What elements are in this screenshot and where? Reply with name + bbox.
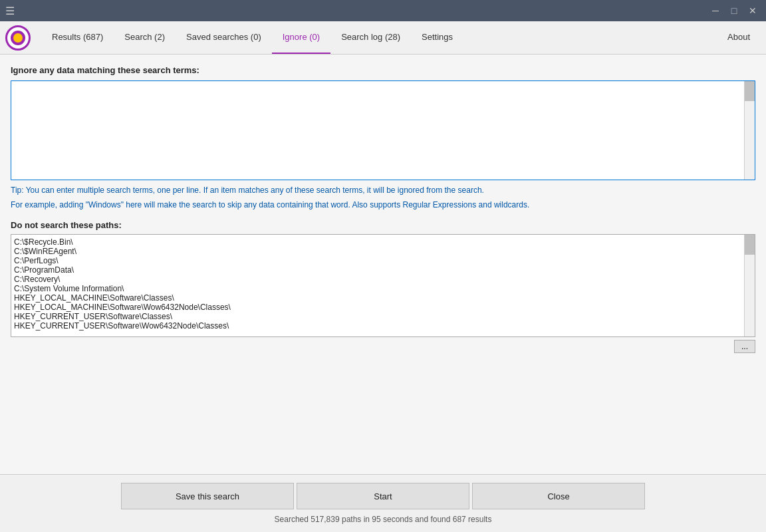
content-area: Ignore any data matching these search te… [0, 55, 766, 474]
tab-bar: Results (687) Search (2) Saved searches … [0, 21, 766, 55]
bottom-bar: Save this search Start Close Searched 51… [0, 474, 766, 532]
ignore-terms-input[interactable] [11, 81, 755, 180]
main-window: Results (687) Search (2) Saved searches … [0, 21, 766, 532]
tab-results[interactable]: Results (687) [41, 21, 114, 54]
ignore-section-title: Ignore any data matching these search te… [11, 65, 755, 75]
ignore-terms-scrollbar-thumb [745, 81, 755, 101]
browse-btn-row: ... [11, 340, 755, 353]
tab-about[interactable]: About [717, 21, 761, 54]
status-text: Searched 517,839 paths in 95 seconds and… [275, 515, 492, 524]
start-button[interactable]: Start [297, 483, 469, 509]
minimize-button[interactable]: ─ [707, 3, 723, 19]
tab-settings[interactable]: Settings [411, 21, 463, 54]
paths-section-title: Do not search these paths: [11, 220, 755, 230]
tip-line1: Tip: You can enter multiple search terms… [11, 184, 755, 196]
tab-saved-searches[interactable]: Saved searches (0) [176, 21, 272, 54]
tip-line2: For example, adding "Windows" here will … [11, 199, 755, 211]
tab-nav: Results (687) Search (2) Saved searches … [41, 21, 761, 54]
browse-button[interactable]: ... [734, 340, 755, 353]
menu-icon[interactable]: ☰ [5, 5, 15, 17]
paths-container [11, 234, 755, 337]
tab-ignore[interactable]: Ignore (0) [272, 21, 330, 54]
tab-search-log[interactable]: Search log (28) [330, 21, 411, 54]
title-bar: ☰ ─ □ ✕ [0, 0, 766, 21]
close-button[interactable]: Close [472, 483, 645, 509]
tab-search[interactable]: Search (2) [114, 21, 176, 54]
close-window-button[interactable]: ✕ [745, 3, 761, 19]
maximize-button[interactable]: □ [726, 3, 742, 19]
paths-scrollbar-thumb [745, 235, 755, 255]
bottom-buttons: Save this search Start Close [121, 483, 645, 509]
app-logo-inner [11, 31, 25, 45]
ignore-terms-scrollbar[interactable] [744, 81, 755, 180]
ignore-terms-container [11, 80, 755, 180]
save-search-button[interactable]: Save this search [121, 483, 294, 509]
paths-scrollbar[interactable] [744, 235, 755, 336]
paths-input[interactable] [11, 235, 744, 336]
app-logo [5, 25, 31, 51]
